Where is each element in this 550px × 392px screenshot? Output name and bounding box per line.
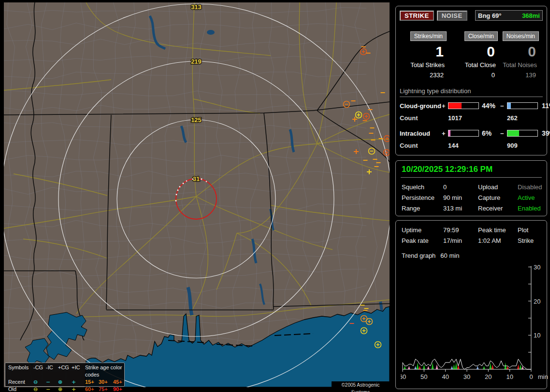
strike-symbol-dot xyxy=(179,186,181,188)
strike-symbol-dot xyxy=(186,181,188,182)
trend-graph: 1020306050403020100min xyxy=(401,262,550,384)
trend-x-tick: 30 xyxy=(463,373,470,380)
uptime-value: 79:59 xyxy=(443,226,478,234)
legend-header: +IC xyxy=(72,364,85,378)
trend-spike xyxy=(517,364,520,369)
total-noises-value: 139 xyxy=(502,71,543,79)
range-ring-label: 31 xyxy=(193,175,200,182)
strike-symbol-dot xyxy=(201,179,203,180)
squelch-label: Squelch xyxy=(402,183,443,191)
range-ring-label: 313 xyxy=(191,3,202,11)
strikes-per-min-button[interactable]: Strikes/min xyxy=(410,31,447,41)
cg-positive-recent-icon: ⊕ xyxy=(58,378,72,386)
legend-row-label: Recent xyxy=(8,378,33,386)
ic-positive-recent-icon: + xyxy=(72,378,85,386)
trend-spike xyxy=(432,363,434,369)
ic-negative-old-icon: − xyxy=(46,386,58,392)
ic-negative-count: 909 xyxy=(507,142,540,149)
receiver-label: Receiver xyxy=(478,205,518,212)
strike-symbol-dot xyxy=(177,190,179,191)
strike-symbol-dot xyxy=(183,183,184,184)
cg-positive-old-icon: ⊕ xyxy=(58,386,72,392)
datetime: 10/20/2025 12:29:16 PM xyxy=(401,165,542,178)
noises-per-min-button[interactable]: Noises/min xyxy=(503,31,539,41)
legend-age-title: Strike age color codes xyxy=(85,364,127,378)
range-value: 313 mi xyxy=(443,205,478,212)
noises-per-min-value: 0 xyxy=(502,43,543,60)
trend-spike xyxy=(414,366,417,369)
map-canvas: 313 219 125 31 xyxy=(4,2,390,387)
trend-spike xyxy=(453,364,455,369)
strike-button[interactable]: STRIKE xyxy=(400,11,434,21)
trend-x-tick: 40 xyxy=(442,373,449,380)
strike-symbol-dot xyxy=(176,194,177,196)
stats-panel: STRIKE NOISE Bng 69° 368mi Strikes/min 1… xyxy=(395,6,547,155)
close-per-min-button[interactable]: Close/min xyxy=(464,31,498,41)
trend-graph-label: Trend graph xyxy=(402,252,435,259)
noises-column: Noises/min 0 Total Noises 139 xyxy=(502,31,543,79)
noise-button[interactable]: NOISE xyxy=(437,11,467,21)
persistence-label: Persistence xyxy=(402,194,443,201)
trend-x-tick: 60 xyxy=(401,373,406,380)
receiver-value: Enabled xyxy=(518,205,542,212)
trend-spike xyxy=(519,364,521,369)
cg-negative-recent-icon: ⊖ xyxy=(33,378,46,386)
trend-x-unit: min xyxy=(538,373,548,380)
trend-x-tick: 0 xyxy=(529,373,533,380)
peak-rate-value: 17/min xyxy=(443,237,478,244)
minus-sign: − xyxy=(500,102,507,110)
minus-sign: − xyxy=(500,130,507,137)
trend-spike xyxy=(419,366,421,369)
strikes-per-min-value: 1 xyxy=(400,43,450,60)
close-column: Close/min 0 Total Close 0 xyxy=(450,31,502,79)
strikes-column: Strikes/min 1 Total Strikes 2332 xyxy=(400,31,450,79)
ic-positive-count: 144 xyxy=(448,142,480,149)
range-label: Range xyxy=(402,205,443,212)
trend-spike xyxy=(492,364,494,369)
trend-spike xyxy=(451,366,453,369)
distribution-title: Lightning type distribution xyxy=(400,87,543,97)
intracloud-label: Intracloud xyxy=(400,130,442,137)
lightning-distribution: Lightning type distribution Cloud-ground… xyxy=(400,87,543,149)
ic-positive-old-icon: + xyxy=(72,386,85,392)
status-panel: 10/20/2025 12:29:16 PM Squelch 0 Upload … xyxy=(395,160,547,216)
age-code: 75+ xyxy=(99,386,113,392)
map-legend: Symbols -CG -IC +CG +IC Strike age color… xyxy=(5,363,125,387)
ic-negative-bar xyxy=(507,130,538,137)
cg-negative-old-icon: ⊖ xyxy=(33,386,46,392)
age-code: 60+ xyxy=(85,386,99,392)
trend-y-tick: 30 xyxy=(534,264,540,271)
total-noises-label: Total Noises xyxy=(502,61,543,69)
age-code: 90+ xyxy=(113,386,127,392)
cg-positive-pct: 44% xyxy=(480,102,500,110)
ic-negative-recent-icon: − xyxy=(46,378,58,386)
capture-value: Active xyxy=(518,194,542,201)
runtime-panel: Uptime 79:59 Peak time Plot Peak rate 17… xyxy=(395,220,547,389)
cg-negative-count: 262 xyxy=(507,114,540,122)
trend-spike xyxy=(489,363,492,369)
total-strikes-value: 2332 xyxy=(400,71,450,79)
age-code: 30+ xyxy=(99,378,113,386)
total-strikes-label: Total Strikes xyxy=(400,61,450,69)
capture-label: Capture xyxy=(478,194,518,201)
persistence-value: 90 min xyxy=(443,194,478,201)
trend-spike xyxy=(436,364,438,369)
trend-x-tick: 50 xyxy=(420,373,427,380)
ic-positive-pct: 6% xyxy=(480,129,500,137)
bearing-distance: 368mi xyxy=(522,12,540,19)
trend-y-tick: 10 xyxy=(534,332,540,339)
lightning-map[interactable]: 313 219 125 31 Symbols -CG -IC +CG +IC S… xyxy=(4,2,390,387)
total-close-value: 0 xyxy=(450,71,502,79)
count-label: Count xyxy=(400,142,442,149)
legend-row-label: Old xyxy=(8,386,33,392)
trend-y-tick: 20 xyxy=(534,298,540,305)
legend-header: +CG xyxy=(58,364,72,378)
strike-symbol-dot xyxy=(192,179,194,180)
squelch-value: 0 xyxy=(443,183,478,191)
trend-spike xyxy=(483,366,485,369)
trend-spike xyxy=(457,364,460,369)
age-code: 15+ xyxy=(85,378,99,386)
cloud-ground-label: Cloud-ground xyxy=(400,102,442,110)
cg-positive-count: 1017 xyxy=(448,114,480,122)
ic-negative-pct: 39% xyxy=(540,129,550,137)
